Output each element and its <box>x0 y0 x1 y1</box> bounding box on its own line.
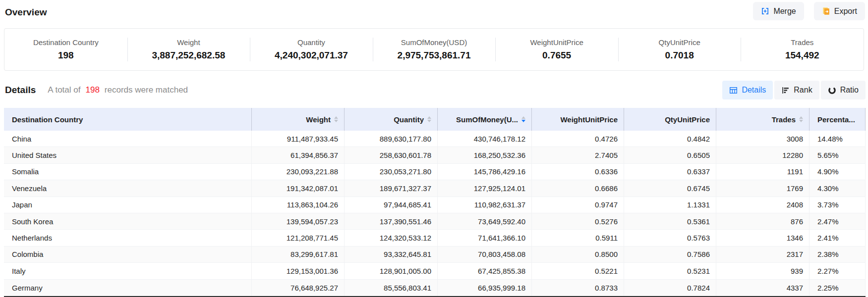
merge-icon <box>761 7 769 15</box>
header-cell-weight[interactable]: Weight <box>251 108 344 131</box>
table-row: Italy129,153,001.36128,901,005.0067,425,… <box>4 263 866 279</box>
cell-weight: 113,863,104.26 <box>251 197 344 213</box>
tab-label: Rank <box>794 86 812 95</box>
cell-qtyunitprice: 0.5361 <box>624 213 716 229</box>
cell-destination-country: China <box>4 131 251 147</box>
cell-trades: 1346 <box>716 230 809 246</box>
cell-weight: 139,594,057.23 <box>251 213 344 229</box>
cell-sumofmoney: 73,649,592.40 <box>437 213 531 229</box>
cell-percentage: 3.73% <box>809 197 866 213</box>
cell-sumofmoney: 66,935,999.18 <box>437 280 531 296</box>
cell-percentage: 4.90% <box>809 164 866 180</box>
table-row: South Korea139,594,057.23137,390,551.467… <box>4 213 866 230</box>
stat-card: Destination Country198 <box>4 29 127 70</box>
cell-sumofmoney: 70,803,458.08 <box>437 247 531 262</box>
merge-button[interactable]: Merge <box>753 2 804 20</box>
ratio-icon <box>828 86 836 95</box>
header-label: Trades <box>772 115 796 124</box>
stat-label: WeightUnitPrice <box>530 38 583 47</box>
cell-weightunitprice: 0.8500 <box>531 247 624 262</box>
cell-sumofmoney: 71,641,366.10 <box>437 230 531 246</box>
table-row: Netherlands121,208,771.45124,320,533.127… <box>4 230 866 246</box>
header-cell-destination-country: Destination Country <box>4 108 251 131</box>
table-row: Germany76,648,925.2785,556,803.4166,935,… <box>4 280 866 296</box>
rank-icon <box>781 86 790 95</box>
cell-destination-country: Germany <box>4 280 251 296</box>
sort-asc-caret[interactable] <box>521 116 525 119</box>
toolbar: Merge Export <box>753 2 865 20</box>
cell-destination-country: Netherlands <box>4 230 251 246</box>
cell-destination-country: South Korea <box>4 213 251 229</box>
cell-weightunitprice: 0.4726 <box>531 131 624 147</box>
cell-quantity: 230,053,271.80 <box>344 164 437 180</box>
cell-sumofmoney: 430,746,178.12 <box>437 131 531 147</box>
cell-sumofmoney: 67,425,855.38 <box>437 263 531 279</box>
sort-asc-caret[interactable] <box>334 116 338 119</box>
sort-asc-caret[interactable] <box>427 116 431 119</box>
table-row: China911,487,933.45889,630,177.80430,746… <box>4 131 866 147</box>
cell-quantity: 258,630,601.78 <box>344 147 437 163</box>
sort-desc-caret[interactable] <box>521 120 525 122</box>
header-cell-sumofmoney[interactable]: SumOfMoney(U... <box>437 108 531 131</box>
table-icon <box>729 86 738 95</box>
details-title: Details <box>5 85 36 96</box>
sort-desc-caret[interactable] <box>334 120 338 122</box>
header-label: SumOfMoney(U... <box>456 115 518 124</box>
header-cell-trades[interactable]: Trades <box>716 108 809 131</box>
sort-icon[interactable] <box>799 116 803 122</box>
stat-card: Quantity4,240,302,071.37 <box>250 29 373 70</box>
stat-card: WeightUnitPrice0.7655 <box>495 29 618 70</box>
tab-ratio[interactable]: Ratio <box>821 81 866 99</box>
stat-value: 3,887,252,682.58 <box>152 50 225 61</box>
cell-qtyunitprice: 1.1331 <box>624 197 716 213</box>
cell-quantity: 85,556,803.41 <box>344 280 437 296</box>
cell-percentage: 2.38% <box>809 247 866 262</box>
tab-rank[interactable]: Rank <box>774 81 819 99</box>
cell-percentage: 2.27% <box>809 263 866 279</box>
stat-value: 198 <box>58 50 74 61</box>
sort-icon[interactable] <box>427 116 431 122</box>
cell-destination-country: United States <box>4 147 251 163</box>
cell-qtyunitprice: 0.5231 <box>624 263 716 279</box>
export-button[interactable]: Export <box>814 2 865 20</box>
header-label: Weight <box>306 115 331 124</box>
sort-icon[interactable] <box>521 116 525 122</box>
cell-percentage: 2.47% <box>809 213 866 229</box>
details-bar: Details A total of198records were matche… <box>5 80 866 100</box>
table-row: Somalia230,093,221.88230,053,271.80145,7… <box>4 164 866 180</box>
cell-weight: 129,153,001.36 <box>251 263 344 279</box>
cell-sumofmoney: 168,250,532.36 <box>437 147 531 163</box>
sort-icon[interactable] <box>334 116 338 122</box>
cell-destination-country: Venezuela <box>4 180 251 196</box>
cell-quantity: 889,630,177.80 <box>344 131 437 147</box>
cell-weightunitprice: 0.9747 <box>531 197 624 213</box>
sort-desc-caret[interactable] <box>427 120 431 122</box>
stat-label: Weight <box>177 38 200 47</box>
match-summary-prefix: A total of <box>48 85 80 95</box>
cell-weight: 61,394,856.37 <box>251 147 344 163</box>
tab-details[interactable]: Details <box>722 81 773 99</box>
stat-label: Trades <box>791 38 813 47</box>
cell-weight: 83,299,617.81 <box>251 247 344 262</box>
sort-desc-caret[interactable] <box>799 120 803 122</box>
header-label: Destination Country <box>12 115 83 124</box>
match-count: 198 <box>85 85 99 95</box>
stat-label: SumOfMoney(USD) <box>401 38 467 47</box>
cell-quantity: 189,671,327.37 <box>344 180 437 196</box>
cell-qtyunitprice: 0.7824 <box>624 280 716 296</box>
table-body: China911,487,933.45889,630,177.80430,746… <box>4 131 866 296</box>
cell-weight: 76,648,925.27 <box>251 280 344 296</box>
cell-qtyunitprice: 0.7586 <box>624 247 716 262</box>
stat-value: 2,975,753,861.71 <box>398 50 471 61</box>
stat-card: Trades154,492 <box>741 29 864 70</box>
stat-card: SumOfMoney(USD)2,975,753,861.71 <box>373 29 496 70</box>
header-cell-quantity[interactable]: Quantity <box>344 108 437 131</box>
cell-percentage: 2.25% <box>809 280 866 296</box>
table-row: Colombia83,299,617.8193,332,645.8170,803… <box>4 247 866 263</box>
sort-asc-caret[interactable] <box>799 116 803 119</box>
cell-trades: 1769 <box>716 180 809 196</box>
stat-value: 0.7655 <box>542 50 571 61</box>
merge-button-label: Merge <box>773 7 796 16</box>
stat-label: Destination Country <box>33 38 99 47</box>
details-table: Destination CountryWeightQuantitySumOfMo… <box>4 108 866 296</box>
